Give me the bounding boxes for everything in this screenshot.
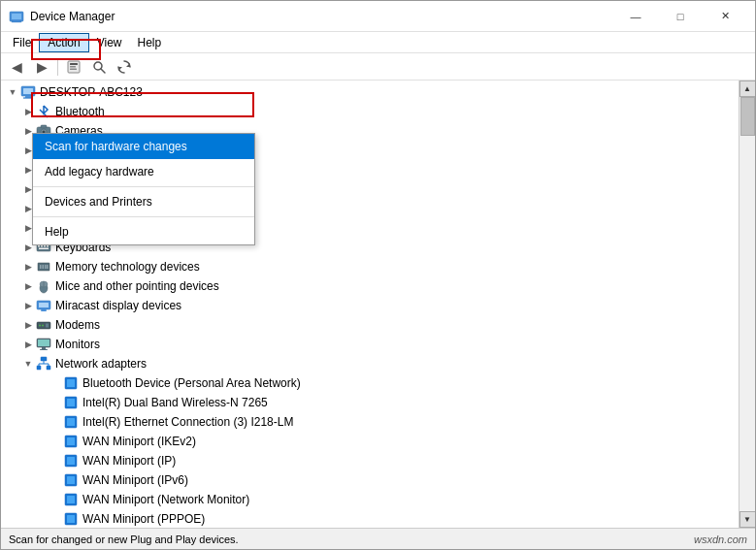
minimize-button[interactable]: —: [613, 1, 658, 32]
tree-item-wan-ip[interactable]: ▶ WAN Miniport (IP): [1, 451, 739, 470]
menu-file[interactable]: File: [5, 34, 39, 51]
modems-label: Modems: [55, 318, 100, 332]
svg-rect-44: [40, 265, 42, 269]
miracast-icon: [36, 298, 51, 313]
svg-line-9: [101, 69, 105, 73]
tree-item-mice[interactable]: ▶ Mice and other pointing devices: [1, 276, 739, 296]
svg-rect-15: [23, 98, 33, 99]
expand-network[interactable]: ▼: [20, 356, 36, 372]
intel-wireless-icon: [63, 395, 79, 410]
dropdown-scan-hardware[interactable]: Scan for hardware changes: [33, 134, 254, 159]
wan-ipv6-icon: [63, 472, 79, 488]
toolbar: ◀ ▶: [1, 53, 755, 81]
tree-item-memory[interactable]: ▶ Memory technology devices: [1, 257, 739, 276]
svg-rect-61: [41, 357, 47, 361]
mice-label: Mice and other pointing devices: [55, 279, 219, 293]
svg-rect-81: [67, 496, 75, 503]
wan-network-monitor-label: WAN Miniport (Network Monitor): [82, 493, 249, 506]
network-adapters-label: Network adapters: [55, 357, 147, 371]
svg-rect-77: [67, 457, 75, 465]
maximize-button[interactable]: □: [658, 1, 703, 32]
scrollbar-up-arrow[interactable]: ▲: [740, 81, 756, 97]
tree-item-bluetooth[interactable]: ▶ Bluetooth: [1, 102, 739, 121]
close-button[interactable]: ✕: [703, 1, 747, 32]
expand-root[interactable]: ▼: [5, 84, 20, 100]
expand-mice[interactable]: ▶: [20, 278, 36, 294]
tree-item-wan-ipv6[interactable]: ▶ WAN Miniport (IPv6): [1, 470, 739, 490]
vertical-scrollbar[interactable]: ▲ ▼: [739, 81, 755, 528]
tree-item-network-adapters[interactable]: ▼ Network adapters: [1, 354, 739, 373]
svg-rect-6: [70, 66, 76, 68]
main-area: ▼ DESKTOP-ABC123 ▶: [1, 81, 755, 528]
bluetooth-label: Bluetooth: [55, 105, 105, 118]
tree-item-intel-wireless[interactable]: ▶ Intel(R) Dual Band Wireless-N 7265: [1, 393, 739, 412]
wan-network-monitor-icon: [63, 492, 79, 507]
scrollbar-down-arrow[interactable]: ▼: [740, 511, 756, 528]
expand-bluetooth[interactable]: ▶: [20, 104, 36, 119]
svg-rect-79: [67, 476, 75, 484]
statusbar-brand: wsxdn.com: [694, 534, 747, 545]
menu-help[interactable]: Help: [130, 34, 170, 51]
tree-item-miracast[interactable]: ▶ Miracast display devices: [1, 296, 739, 315]
tree-item-wan-ikev2[interactable]: ▶ WAN Miniport (IKEv2): [1, 432, 739, 451]
svg-rect-69: [67, 379, 75, 387]
svg-rect-75: [67, 437, 75, 445]
svg-rect-47: [47, 265, 49, 269]
svg-rect-7: [70, 68, 77, 70]
toolbar-properties-button[interactable]: [62, 55, 85, 79]
dropdown-help[interactable]: Help: [33, 219, 254, 244]
toolbar-separator-1: [57, 58, 58, 76]
action-dropdown-menu: Scan for hardware changes Add legacy har…: [32, 133, 255, 245]
svg-rect-59: [42, 347, 46, 349]
tree-item-wan-network-monitor[interactable]: ▶ WAN Miniport (Network Monitor): [1, 490, 739, 509]
intel-ethernet-icon: [63, 414, 79, 430]
dropdown-sep-1: [33, 186, 254, 187]
memory-label: Memory technology devices: [55, 260, 200, 274]
dropdown-devices-printers[interactable]: Devices and Printers: [33, 189, 254, 214]
wan-ip-icon: [63, 453, 79, 469]
svg-rect-63: [47, 366, 50, 370]
tree-item-bt-pan[interactable]: ▶ Bluetooth Device (Personal Area Networ…: [1, 373, 739, 393]
expand-miracast[interactable]: ▶: [20, 298, 36, 313]
svg-rect-83: [67, 515, 75, 523]
toolbar-update-button[interactable]: [113, 55, 136, 79]
expand-monitors[interactable]: ▶: [20, 337, 36, 352]
monitors-icon: [36, 337, 51, 352]
bluetooth-icon: [36, 104, 51, 119]
toolbar-forward-button[interactable]: ▶: [30, 55, 53, 79]
svg-rect-73: [67, 418, 75, 426]
svg-rect-41: [47, 245, 49, 247]
toolbar-scan-button[interactable]: [87, 55, 111, 79]
tree-item-modems[interactable]: ▶ Modems: [1, 315, 739, 335]
toolbar-back-button[interactable]: ◀: [5, 55, 28, 79]
network-adapters-icon: [36, 356, 51, 372]
svg-rect-42: [39, 248, 49, 250]
wan-pppoe-label: WAN Miniport (PPPOE): [82, 512, 205, 526]
tree-root[interactable]: ▼ DESKTOP-ABC123: [1, 82, 739, 102]
expand-memory[interactable]: ▶: [20, 259, 36, 275]
window-title: Device Manager: [30, 10, 613, 23]
tree-item-monitors[interactable]: ▶ Monitors: [1, 335, 739, 354]
app-icon: [9, 9, 24, 24]
intel-wireless-label: Intel(R) Dual Band Wireless-N 7265: [82, 396, 268, 409]
svg-rect-39: [41, 245, 43, 247]
expand-modems[interactable]: ▶: [20, 317, 36, 333]
titlebar: Device Manager — □ ✕: [1, 1, 755, 32]
dropdown-add-legacy[interactable]: Add legacy hardware: [33, 159, 254, 184]
svg-rect-3: [12, 21, 21, 22]
svg-rect-58: [38, 340, 49, 346]
svg-rect-13: [23, 88, 33, 94]
svg-rect-52: [39, 303, 49, 307]
tree-item-wan-pppoe[interactable]: ▶ WAN Miniport (PPPOE): [1, 509, 739, 528]
menu-action[interactable]: Action: [39, 33, 88, 52]
tree-item-intel-ethernet[interactable]: ▶ Intel(R) Ethernet Connection (3) I218-…: [1, 412, 739, 432]
menu-view[interactable]: View: [89, 34, 130, 51]
svg-marker-11: [118, 67, 122, 71]
dropdown-sep-2: [33, 216, 254, 217]
window-controls: — □ ✕: [613, 1, 747, 32]
svg-point-55: [42, 325, 44, 327]
modems-icon: [36, 317, 51, 333]
statusbar-text: Scan for changed or new Plug and Play de…: [9, 534, 694, 545]
scrollbar-thumb[interactable]: [740, 97, 755, 136]
scrollbar-track[interactable]: [740, 97, 756, 511]
